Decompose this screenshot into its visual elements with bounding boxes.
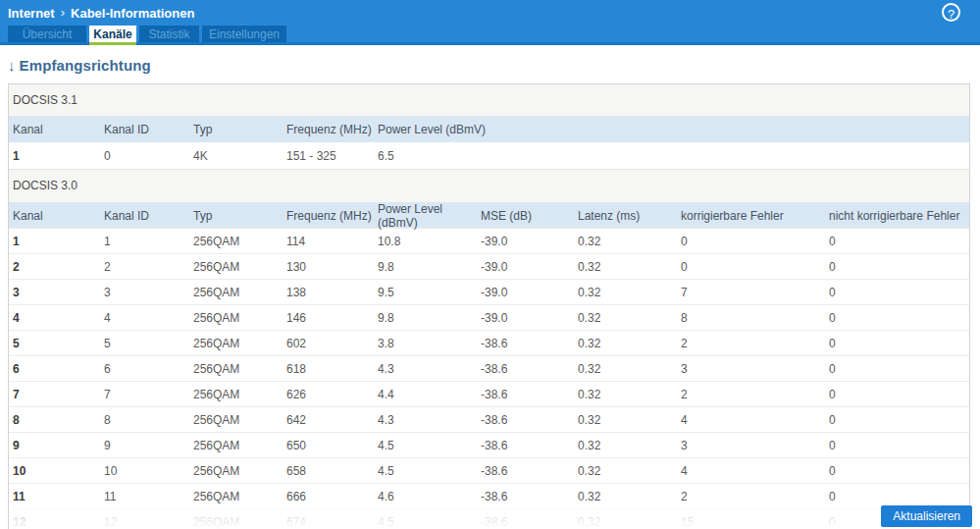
header-cell: MSE (dB)	[477, 202, 574, 230]
table-cell: 256QAM	[189, 484, 283, 508]
header-cell: Power Level (dBmV)	[374, 202, 477, 230]
table-cell: -39.0	[477, 254, 574, 279]
table-cell: -38.6	[477, 484, 574, 508]
help-icon[interactable]: ?	[942, 3, 960, 22]
table-cell: 146	[283, 305, 374, 330]
table-cell: 256QAM	[189, 356, 283, 381]
table-cell: 9.8	[374, 305, 477, 330]
table-cell: 4	[100, 305, 189, 330]
breadcrumb-item-internet[interactable]: Internet	[8, 6, 55, 21]
table-cell: 256QAM	[189, 433, 283, 457]
table-cell: -38.6	[477, 382, 574, 406]
table-cell: 4.4	[374, 382, 477, 406]
table-cell: 256QAM	[189, 407, 283, 432]
table-cell: 618	[283, 356, 374, 381]
table-row: 1111256QAM6664.6-38.60.3220	[9, 483, 969, 508]
header-cell: Kanal	[9, 202, 100, 230]
table-row: 44256QAM1469.8-39.00.3280	[9, 304, 969, 330]
table-cell: 1	[9, 229, 100, 253]
refresh-button[interactable]: Aktualisieren	[881, 505, 972, 527]
table-cell: 4K	[189, 142, 283, 169]
page-title: ↓Empfangsrichtung	[8, 57, 980, 74]
table-cell: -39.0	[477, 305, 574, 330]
table-cell: -39.0	[477, 229, 574, 253]
table-row: 11256QAM11410.8-39.00.3200	[9, 228, 969, 253]
table-cell: 4.5	[374, 458, 477, 483]
tab-einstellungen[interactable]: Einstellungen	[202, 26, 286, 45]
table-cell: 6.5	[374, 142, 969, 169]
question-mark: ?	[948, 7, 954, 22]
table-row: 55256QAM6023.8-38.60.3220	[9, 330, 969, 355]
docsis30-header-row: KanalKanal IDTypFrequenz (MHz)Power Leve…	[9, 202, 969, 228]
table-cell: 0	[825, 382, 969, 406]
table-row: 104K151 - 3256.5	[9, 142, 969, 169]
table-cell: 151 - 325	[283, 142, 374, 169]
table-cell: 11	[100, 484, 189, 508]
table-cell: 8	[9, 407, 100, 432]
table-cell: 11	[9, 484, 100, 508]
table-cell: 9	[100, 433, 189, 457]
table-cell: 1	[9, 142, 100, 169]
down-arrow-icon: ↓	[8, 57, 16, 74]
table-cell: 256QAM	[189, 331, 283, 355]
channel-tables: DOCSIS 3.1 KanalKanal IDTypFrequenz (MHz…	[8, 83, 970, 529]
table-cell: 3	[677, 356, 825, 381]
table-cell: 256QAM	[189, 280, 283, 304]
table-cell: 7	[677, 280, 825, 304]
header-cell: Kanal ID	[100, 202, 189, 230]
table-cell: -38.6	[477, 433, 574, 457]
table-cell: 12	[9, 509, 100, 529]
table-cell: 10.8	[374, 229, 477, 253]
page-title-label: Empfangsrichtung	[20, 57, 151, 74]
table-cell: 9.5	[374, 280, 477, 304]
table-cell: 0.32	[574, 484, 677, 508]
table-cell: 666	[283, 484, 374, 508]
table-cell: 4.3	[374, 356, 477, 381]
table-row: 77256QAM6264.4-38.60.3220	[9, 381, 969, 406]
chevron-right-icon: ›	[61, 5, 65, 20]
table-cell: 5	[9, 331, 100, 355]
table-cell: 2	[677, 382, 825, 406]
table-cell: 2	[677, 484, 825, 508]
table-cell: 4	[677, 407, 825, 432]
docsis30-rows: 11256QAM11410.8-39.00.320022256QAM1309.8…	[9, 228, 969, 529]
table-cell: 5	[100, 331, 189, 355]
table-cell: 0	[825, 280, 969, 304]
table-cell: 10	[100, 458, 189, 483]
table-cell: -38.6	[477, 331, 574, 355]
table-cell: 6	[100, 356, 189, 381]
table-cell: 0	[825, 433, 969, 457]
table-cell: 0.32	[574, 509, 677, 529]
docsis31-section-label: DOCSIS 3.1	[9, 84, 969, 116]
table-cell: 0	[825, 305, 969, 330]
table-cell: -38.6	[477, 458, 574, 483]
tab-statistik[interactable]: Statistik	[139, 26, 199, 45]
table-cell: 4	[677, 458, 825, 483]
tab-uebersicht[interactable]: Übersicht	[8, 26, 86, 45]
table-cell: 0	[825, 254, 969, 279]
table-cell: 2	[100, 254, 189, 279]
table-cell: -38.6	[477, 356, 574, 381]
table-cell: 12	[100, 509, 189, 529]
docsis31-header-row: KanalKanal IDTypFrequenz (MHz)Power Leve…	[9, 116, 969, 142]
table-cell: 0.32	[574, 407, 677, 432]
table-row: 88256QAM6424.3-38.60.3240	[9, 406, 969, 432]
table-cell: 8	[100, 407, 189, 432]
header-cell: nicht korrigierbare Fehler	[825, 202, 969, 230]
table-cell: 256QAM	[189, 382, 283, 406]
table-cell: 0	[677, 229, 825, 253]
header-cell: Power Level (dBmV)	[374, 116, 969, 142]
header-bar: Internet › Kabel-Informationen ?	[0, 0, 980, 26]
table-cell: 130	[283, 254, 374, 279]
table-cell: 1	[100, 229, 189, 253]
table-cell: 256QAM	[189, 229, 283, 253]
tab-bar: Übersicht Kanäle Statistik Einstellungen	[0, 26, 980, 45]
table-cell: 0.32	[574, 280, 677, 304]
table-cell: 3	[9, 280, 100, 304]
table-cell: 10	[9, 458, 100, 483]
table-cell: 4.5	[374, 509, 477, 529]
table-cell: 256QAM	[189, 305, 283, 330]
tab-kanaele[interactable]: Kanäle	[89, 26, 136, 45]
table-cell: 9.8	[374, 254, 477, 279]
breadcrumb: Internet › Kabel-Informationen	[8, 6, 194, 21]
